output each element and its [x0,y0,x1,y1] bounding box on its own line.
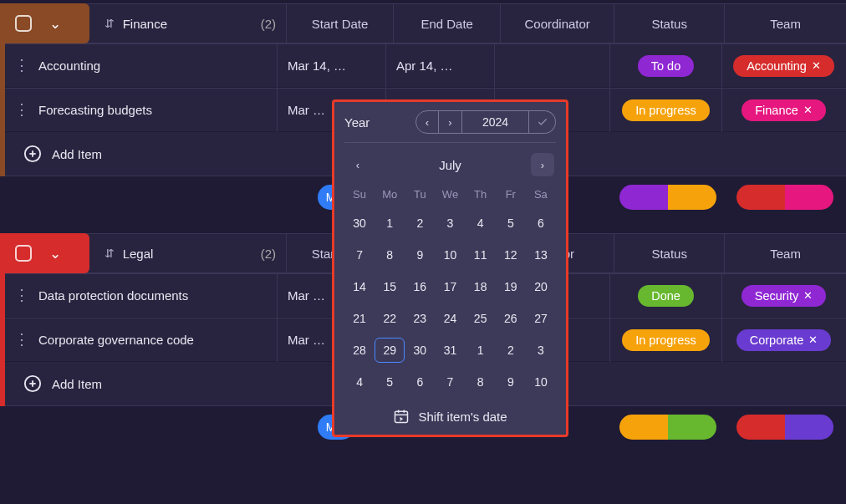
item-name[interactable]: Data protection documents [38,288,277,303]
team-tag[interactable]: Corporate ✕ [736,329,831,351]
team-tag[interactable]: Accounting ✕ [733,55,834,77]
calendar-day[interactable]: 30 [405,338,435,363]
calendar-day[interactable]: 25 [466,306,496,331]
group-checkbox[interactable] [15,15,32,32]
cell-end-date[interactable]: Apr 14, … [385,43,494,88]
table-row[interactable]: ⋮ Accounting Mar 14, … Apr 14, … To do A… [0,43,846,88]
calendar-day[interactable]: 16 [405,274,435,299]
year-prev-button[interactable]: ‹ [415,110,439,134]
calendar-day[interactable]: 10 [435,242,465,267]
calendar-day[interactable]: 30 [344,211,375,236]
close-icon[interactable]: ✕ [803,104,813,116]
calendar-day[interactable]: 4 [344,369,375,395]
column-header-status[interactable]: Status [614,3,724,43]
calendar-day[interactable]: 6 [526,211,556,236]
cell-coordinator[interactable] [494,43,609,88]
calendar-day[interactable]: 17 [435,274,465,299]
calendar-day[interactable]: 4 [466,211,496,236]
column-header-team[interactable]: Team [724,3,846,43]
calendar-day[interactable]: 8 [375,242,405,267]
year-value[interactable]: 2024 [462,110,529,134]
cell-team[interactable]: Finance ✕ [721,88,845,132]
row-menu-icon[interactable]: ⋮ [5,107,38,113]
calendar-day[interactable]: 22 [375,306,405,331]
column-header-team[interactable]: Team [724,233,846,273]
collapse-icon[interactable]: ⇵ [104,247,115,260]
calendar-day[interactable]: 8 [466,369,496,395]
calendar-day[interactable]: 15 [375,274,405,299]
cell-team[interactable]: Corporate ✕ [721,318,845,362]
year-confirm-button[interactable] [529,110,556,134]
chevron-down-icon[interactable]: ⌄ [49,245,61,262]
calendar-day[interactable]: 12 [496,242,526,267]
status-badge[interactable]: To do [638,55,694,77]
item-name[interactable]: Forecasting budgets [38,103,277,117]
month-prev-button[interactable]: ‹ [346,153,369,176]
cell-status[interactable]: To do [609,43,721,88]
calendar-day[interactable]: 7 [344,242,375,267]
cell-status[interactable]: Done [609,273,721,318]
calendar-day[interactable]: 1 [375,211,405,236]
team-tag[interactable]: Security ✕ [742,285,826,307]
calendar-day[interactable]: 20 [526,274,556,299]
calendar-day[interactable]: 27 [526,306,556,331]
close-icon[interactable]: ✕ [803,289,813,302]
status-badge[interactable]: Done [638,285,694,307]
cell-team[interactable]: Accounting ✕ [721,43,845,88]
calendar-day[interactable]: 3 [526,338,556,363]
calendar-day[interactable]: 2 [496,338,526,363]
status-badge[interactable]: In progress [622,99,710,121]
calendar-day[interactable]: 18 [466,274,496,299]
month-label: July [439,158,461,172]
calendar-day[interactable]: 21 [344,306,375,331]
cell-team[interactable]: Security ✕ [721,273,845,318]
group-name[interactable]: Finance [123,17,261,31]
calendar-day[interactable]: 5 [496,211,526,236]
row-menu-icon[interactable]: ⋮ [5,293,38,298]
calendar-day[interactable]: 14 [344,274,375,299]
calendar-day[interactable]: 3 [435,211,465,236]
month-next-button[interactable]: › [531,153,554,176]
calendar-day[interactable]: 29 [375,338,405,363]
calendar-day[interactable]: 5 [375,369,405,395]
item-name[interactable]: Corporate governance code [38,333,277,347]
calendar-day[interactable]: 1 [466,338,496,363]
group-header: ⌄ ⇵ Finance (2) Start Date End Date Coor… [0,3,846,43]
date-picker-popover: Year ‹ › 2024 ‹ July › Su Mo Tu We Th Fr… [332,99,568,437]
column-header-coordinator[interactable]: Coordinator [500,3,614,43]
collapse-icon[interactable]: ⇵ [104,17,115,30]
year-next-button[interactable]: › [439,110,462,134]
cell-start-date[interactable]: Mar 14, … [277,43,385,88]
column-header-end[interactable]: End Date [393,3,500,43]
calendar-day[interactable]: 26 [496,306,526,331]
calendar-day[interactable]: 11 [466,242,496,267]
group-name[interactable]: Legal [123,247,261,261]
close-icon[interactable]: ✕ [808,333,818,346]
calendar-day[interactable]: 13 [526,242,556,267]
cell-status[interactable]: In progress [609,318,721,362]
item-name[interactable]: Accounting [38,59,277,73]
group-checkbox[interactable] [15,245,32,262]
calendar-day[interactable]: 7 [435,369,465,395]
calendar-day[interactable]: 24 [435,306,465,331]
calendar-day[interactable]: 9 [496,369,526,395]
team-tag[interactable]: Finance ✕ [742,99,826,121]
calendar-day[interactable]: 2 [405,211,435,236]
summary-team-pill [736,415,833,440]
calendar-day[interactable]: 9 [405,242,435,267]
close-icon[interactable]: ✕ [812,59,821,72]
calendar-day[interactable]: 10 [526,369,556,395]
calendar-day[interactable]: 19 [496,274,526,299]
chevron-down-icon[interactable]: ⌄ [49,15,61,33]
column-header-start[interactable]: Start Date [286,3,393,43]
shift-date-button[interactable]: Shift item's date [344,398,556,425]
row-menu-icon[interactable]: ⋮ [5,337,38,343]
calendar-day[interactable]: 6 [405,369,435,395]
calendar-day[interactable]: 28 [344,338,375,363]
status-badge[interactable]: In progress [622,329,710,351]
row-menu-icon[interactable]: ⋮ [5,63,38,69]
cell-status[interactable]: In progress [609,88,721,132]
calendar-day[interactable]: 23 [405,306,435,331]
calendar-day[interactable]: 31 [435,338,465,363]
column-header-status[interactable]: Status [614,233,724,273]
